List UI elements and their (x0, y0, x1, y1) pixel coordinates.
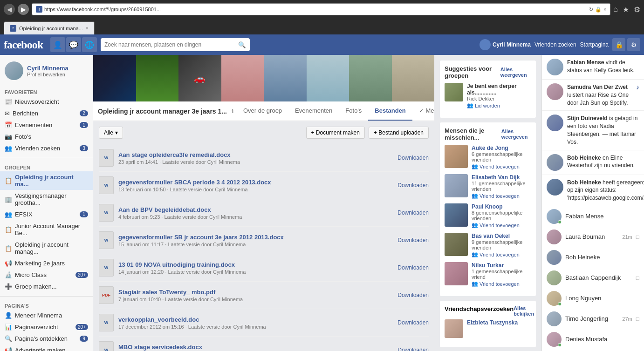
bestand-uploaden-button[interactable]: + Bestand uploaden (369, 127, 429, 139)
tab-favicon: f (10, 25, 16, 32)
suggestion-action-0[interactable]: 👥 Lid worden (467, 102, 531, 108)
chat-notification-3[interactable]: Bob Heineke en Eline Westerhof zijn nu v… (542, 150, 644, 175)
sidebar-item-fotos[interactable]: 📷 Foto's (0, 131, 93, 142)
person-name-3[interactable]: Bas van Oekel (472, 233, 531, 239)
fr-person-name[interactable]: Elzbieta Tuszynska (467, 319, 531, 326)
search-button[interactable]: 🔍 (238, 41, 246, 48)
chat-user-laura[interactable]: Laura Bouman 21m □ (542, 227, 644, 247)
sidebar-item-microclass[interactable]: 🔬 Micro Class 20+ (0, 269, 93, 281)
nav-messages-icon[interactable]: 💬 (66, 37, 81, 52)
file-download-1[interactable]: Downloaden (397, 182, 429, 189)
document-maken-button[interactable]: + Document maken (306, 127, 365, 139)
search-input[interactable] (104, 41, 236, 48)
person-name-0[interactable]: Auke de Jong (472, 145, 531, 151)
person-name-1[interactable]: Elisabeth Van Dijk (472, 174, 531, 181)
person-add-4[interactable]: 👥 Vriend toevoegen (472, 281, 531, 287)
sidebar-user-name[interactable]: Cyril Minnema (27, 65, 69, 72)
person-add-2[interactable]: 👥 Vriend toevoegen (472, 222, 531, 228)
tab-fotos[interactable]: Foto's (339, 101, 368, 121)
fr-all-link[interactable]: Alles bekijken (514, 305, 534, 317)
file-name-0[interactable]: Aan stage opleiderca3fe remedial.docx (118, 151, 393, 158)
settings-icon[interactable]: ⚙ (634, 5, 640, 14)
chat-box-icon-laura: □ (636, 234, 639, 240)
tab-evenementen[interactable]: Evenementen (288, 101, 339, 121)
file-download-3[interactable]: Downloaden (397, 237, 429, 243)
person-name-4[interactable]: Nilsu Turkar (472, 262, 531, 269)
person-add-0[interactable]: 👥 Vriend toevoegen (472, 163, 531, 169)
file-name-6[interactable]: verkoopplan_voorbeeld.doc (118, 316, 393, 323)
sidebar-item-opleiding2[interactable]: 📋 Opleiding jr account manag... (0, 239, 93, 257)
address-bar[interactable]: f https://www.facebook.com/#!/groups/266… (32, 3, 610, 15)
file-info-2: Aan de BPV begeleiddebat.docx 4 februari… (118, 206, 393, 220)
tab-close-icon[interactable]: × (86, 26, 89, 31)
sidebar-item-meneer[interactable]: 👤 Meneer Minnema (0, 310, 93, 321)
sidebar-item-vrienden[interactable]: 👥 Vrienden zoeken 3 (0, 142, 93, 154)
tab-over-de-groep[interactable]: Over de groep (237, 101, 288, 121)
chat-user-timo[interactable]: Timo Jongerling 27m □ (542, 309, 644, 329)
topnav-settings-icon[interactable]: ⚙ (627, 38, 640, 51)
person-add-1[interactable]: 👥 Vriend toevoegen (472, 193, 531, 199)
sidebar-user-edit[interactable]: Profiel bewerken (27, 72, 69, 77)
chat-notification-0[interactable]: Fabian Mense vindt de status van Kelly G… (542, 55, 644, 80)
file-download-5[interactable]: Downloaden (397, 292, 429, 298)
sidebar-item-vestigingsmanager[interactable]: 🏢 Vestigingsmanager grootha... (0, 190, 93, 209)
home-icon[interactable]: ⌂ (613, 5, 618, 14)
home-link[interactable]: Startpagina (580, 41, 609, 48)
sidebar-item-paginaoverzicht[interactable]: 📊 Paginaoverzicht 20+ (0, 321, 93, 333)
close-icon[interactable]: × (603, 7, 606, 12)
chat-user-denies[interactable]: Denies Mustafa (542, 329, 644, 350)
privacy-icon[interactable]: 🔒 (612, 38, 625, 51)
suggestions-all-link[interactable]: Alles weergeven (500, 67, 531, 78)
find-friends-link[interactable]: Vrienden zoeken (534, 41, 576, 48)
file-name-4[interactable]: 13 01 09 NOVA uitnodiging training.docx (118, 261, 393, 268)
file-name-2[interactable]: Aan de BPV begeleiddebat.docx (118, 206, 393, 213)
chat-notification-4[interactable]: Bob Heineke heeft gereageerd op zijn eig… (542, 175, 644, 206)
file-download-7[interactable]: Downloaden (397, 347, 429, 351)
active-tab[interactable]: f Opleiding jr account mana... × (4, 21, 95, 34)
chat-user-bob[interactable]: Bob Heineke (542, 247, 644, 268)
chat-user-bastiaan[interactable]: Bastiaan Cappendijk □ (542, 268, 644, 288)
sidebar-item-efsix[interactable]: 👥 EFSIX 1 (0, 209, 93, 220)
file-icon-1: W (99, 176, 114, 194)
sidebar-item-evenementen[interactable]: 📅 Evenementen 1 (0, 119, 93, 131)
person-name-2[interactable]: Paul Knoop (472, 203, 531, 210)
file-name-5[interactable]: Stagiair sales ToTwenty_ mbo.pdf (118, 289, 393, 296)
file-download-4[interactable]: Downloaden (397, 264, 429, 271)
sidebar-item-marketing[interactable]: 📢 Marketing 2e jaars (0, 257, 93, 269)
sidebar-item-groep-active[interactable]: 📋 Opleiding jr account ma... (0, 171, 93, 190)
back-button[interactable]: ◀ (4, 4, 15, 15)
groep-active-icon: 📋 (5, 177, 12, 184)
person-add-label-1: Vriend toevoegen (480, 193, 520, 199)
file-name-1[interactable]: gegevensformulier SBCA periode 3 4 2012 … (118, 179, 393, 186)
sidebar-item-junior[interactable]: 📋 Junior Account Manager Be... (0, 220, 93, 239)
sidebar-item-berichten[interactable]: ✉ Berichten 2 (0, 108, 93, 119)
people-all-link[interactable]: Alles weergeven (501, 128, 531, 140)
sidebar-item-nieuwsoverzicht[interactable]: 📰 Nieuwsoverzicht (0, 96, 93, 108)
chat-user-fabian[interactable]: Fabian Mense (542, 206, 644, 227)
forward-button[interactable]: ▶ (18, 4, 29, 15)
tab-meldingen[interactable]: ✓ Meldingen (412, 101, 434, 121)
file-download-0[interactable]: Downloaden (397, 155, 429, 161)
filter-button[interactable]: Alle ▾ (99, 127, 123, 139)
nav-profile-icon[interactable]: 👤 (50, 37, 65, 52)
person-add-3[interactable]: 👥 Vriend toevoegen (472, 251, 531, 257)
chat-avatar-0 (547, 59, 563, 75)
nav-notifications-icon[interactable]: 🌐 (82, 37, 97, 52)
file-name-3[interactable]: gegevensformulier SB jr account 3e jaars… (118, 234, 393, 241)
file-name-7[interactable]: MBO stage servicedesk.docx (118, 344, 393, 351)
chat-user-long[interactable]: Long Nguyen (542, 288, 644, 309)
search-bar[interactable]: 🔍 (101, 38, 250, 51)
sidebar-item-groep-maken[interactable]: ➕ Groep maken... (0, 281, 93, 292)
file-download-2[interactable]: Downloaden (397, 209, 429, 216)
tab-bestanden[interactable]: Bestanden (368, 101, 412, 121)
chat-notification-2[interactable]: Stijn Duineveld is getagd in een foto va… (542, 111, 644, 150)
sidebar-item-advertentie[interactable]: 📢 Advertentie maken (0, 344, 93, 351)
tab-meldingen-label: ✓ Meldingen (419, 107, 434, 114)
sidebar-item-paginas-ontdekken[interactable]: 🔍 Pagina's ontdekken 9 (0, 333, 93, 344)
chat-notification-1[interactable]: Samudra Van Der Zwet luistert naar Rise … (542, 80, 644, 111)
user-profile-link[interactable]: Cyril Minnema (480, 39, 531, 50)
bookmark-icon[interactable]: ★ (623, 5, 629, 14)
reload-icon[interactable]: ↻ (589, 7, 593, 13)
file-download-6[interactable]: Downloaden (397, 319, 429, 326)
cover-photo-4 (221, 55, 264, 101)
